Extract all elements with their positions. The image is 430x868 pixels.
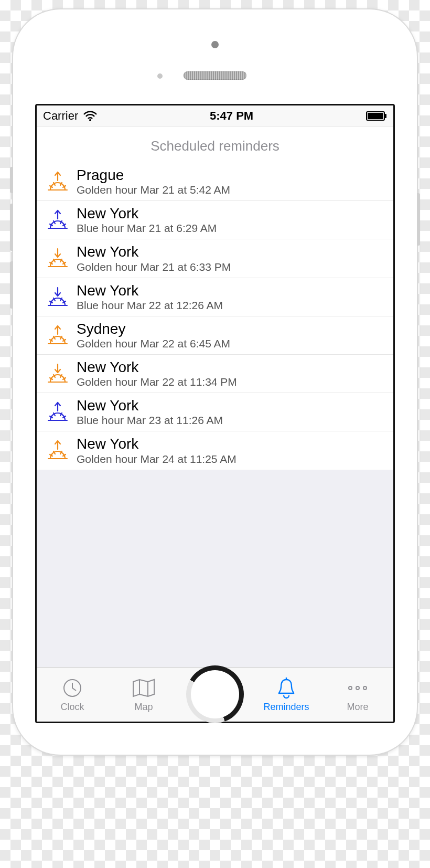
- list-empty-area: [37, 470, 393, 668]
- sun-arrow-up-icon: [42, 400, 73, 424]
- reminder-text: New York Blue hour Mar 22 at 12:26 AM: [73, 282, 386, 312]
- reminder-detail: Blue hour Mar 22 at 12:26 AM: [77, 299, 386, 312]
- svg-point-54: [356, 686, 359, 690]
- wifi-icon: [83, 111, 97, 121]
- battery-icon: [366, 111, 387, 121]
- sun-arrow-up-icon: [42, 170, 73, 193]
- tab-label: Reminders: [263, 702, 309, 713]
- reminder-row[interactable]: New York Golden hour Mar 21 at 6:33 PM: [37, 239, 393, 278]
- reminder-city: New York: [77, 205, 386, 222]
- phone-frame: Carrier 5:47 PM: [13, 9, 417, 755]
- sun-arrow-down-icon: [42, 247, 73, 270]
- reminder-city: New York: [77, 359, 386, 376]
- reminder-text: Sydney Golden hour Mar 22 at 6:45 AM: [73, 321, 386, 350]
- reminder-row[interactable]: New York Blue hour Mar 22 at 12:26 AM: [37, 278, 393, 316]
- phone-home-button[interactable]: [186, 665, 244, 723]
- phone-proximity-sensor: [157, 73, 163, 79]
- status-time: 5:47 PM: [210, 109, 253, 123]
- carrier-label: Carrier: [43, 109, 78, 123]
- reminder-text: New York Golden hour Mar 21 at 6:33 PM: [73, 244, 386, 273]
- svg-point-55: [363, 686, 367, 690]
- reminder-row[interactable]: Prague Golden hour Mar 21 at 5:42 AM: [37, 163, 393, 201]
- reminder-city: New York: [77, 282, 386, 299]
- reminder-city: New York: [77, 397, 386, 414]
- bell-icon: [276, 676, 297, 700]
- section-header: Scheduled reminders: [37, 126, 393, 163]
- reminder-text: New York Golden hour Mar 22 at 11:34 PM: [73, 359, 386, 388]
- phone-volume-up: [10, 204, 13, 251]
- reminder-list: Prague Golden hour Mar 21 at 5:42 AM New…: [37, 163, 393, 470]
- reminder-detail: Golden hour Mar 21 at 6:33 PM: [77, 261, 386, 273]
- phone-speaker: [184, 71, 246, 80]
- sun-arrow-down-icon: [42, 285, 73, 309]
- map-icon: [131, 676, 156, 700]
- reminder-text: Prague Golden hour Mar 21 at 5:42 AM: [73, 167, 386, 196]
- reminder-text: New York Golden hour Mar 24 at 11:25 AM: [73, 436, 386, 465]
- reminder-text: New York Blue hour Mar 21 at 6:29 AM: [73, 205, 386, 235]
- tab-map[interactable]: Map: [108, 668, 179, 722]
- svg-point-0: [89, 119, 91, 121]
- reminder-row[interactable]: Sydney Golden hour Mar 22 at 6:45 AM: [37, 316, 393, 355]
- more-icon: [345, 676, 370, 700]
- sun-arrow-up-icon: [42, 439, 73, 462]
- tab-label: Clock: [60, 702, 84, 713]
- reminder-detail: Golden hour Mar 21 at 5:42 AM: [77, 184, 386, 196]
- screen: Carrier 5:47 PM: [35, 104, 395, 723]
- tab-label: Map: [134, 702, 153, 713]
- reminder-row[interactable]: New York Blue hour Mar 23 at 11:26 AM: [37, 393, 393, 431]
- svg-rect-2: [368, 113, 383, 119]
- reminder-detail: Golden hour Mar 24 at 11:25 AM: [77, 453, 386, 465]
- tab-reminders[interactable]: Reminders: [251, 668, 322, 722]
- reminder-detail: Golden hour Mar 22 at 11:34 PM: [77, 376, 386, 388]
- reminder-city: New York: [77, 436, 386, 452]
- reminder-city: Sydney: [77, 321, 386, 337]
- reminder-text: New York Blue hour Mar 23 at 11:26 AM: [73, 397, 386, 427]
- reminder-detail: Blue hour Mar 23 at 11:26 AM: [77, 414, 386, 427]
- reminder-detail: Golden hour Mar 22 at 6:45 AM: [77, 337, 386, 350]
- svg-rect-3: [385, 114, 386, 118]
- reminder-row[interactable]: New York Blue hour Mar 21 at 6:29 AM: [37, 201, 393, 239]
- reminder-detail: Blue hour Mar 21 at 6:29 AM: [77, 222, 386, 235]
- section-title: Scheduled reminders: [150, 138, 280, 154]
- tab-clock[interactable]: Clock: [37, 668, 108, 722]
- svg-point-53: [349, 686, 352, 690]
- reminder-row[interactable]: New York Golden hour Mar 24 at 11:25 AM: [37, 431, 393, 469]
- status-bar: Carrier 5:47 PM: [37, 105, 393, 126]
- tab-label: More: [347, 702, 368, 713]
- phone-mute-switch: [10, 167, 13, 193]
- sun-arrow-down-icon: [42, 362, 73, 385]
- phone-volume-down: [10, 261, 13, 309]
- sun-arrow-up-icon: [42, 208, 73, 231]
- reminder-row[interactable]: New York Golden hour Mar 22 at 11:34 PM: [37, 355, 393, 393]
- reminder-city: Prague: [77, 167, 386, 184]
- clock-icon: [62, 676, 83, 700]
- tab-more[interactable]: More: [322, 668, 393, 722]
- reminder-city: New York: [77, 244, 386, 260]
- phone-power-button: [417, 193, 420, 246]
- sun-arrow-up-icon: [42, 324, 73, 347]
